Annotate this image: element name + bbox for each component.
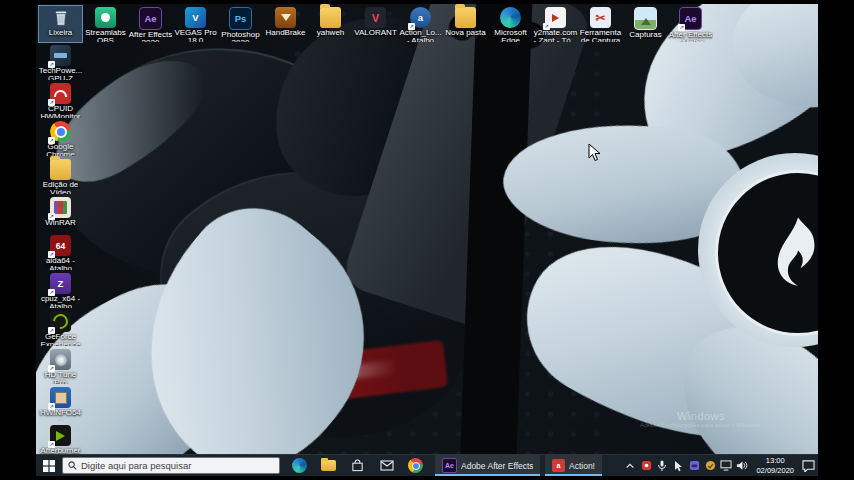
file-explorer-icon	[321, 460, 336, 471]
watermark-line1: Windows	[596, 410, 806, 422]
shortcut-arrow-overlay: ↗	[48, 365, 55, 372]
mail-icon	[380, 460, 394, 471]
desktop-icon-hwinfo64[interactable]: ↗HWiNFO64 -Atalho	[38, 385, 83, 423]
task-label: Adobe After Effects...	[461, 461, 533, 471]
desktop-icon-label: StreamlabsOBS	[83, 29, 128, 42]
desktop-icon-ferramenta-de-captura[interactable]: ✂Ferramentade Captura	[578, 5, 623, 43]
desktop-icon-label: VEGAS Pro18.0	[173, 29, 218, 42]
tray-app-yellow-icon[interactable]	[703, 458, 717, 474]
desktop-icon-hd-tune-pro[interactable]: ↗HD Tune Pro	[38, 347, 83, 385]
desktop-icon-after-effects-2020[interactable]: AeAfter Effects2020	[128, 5, 173, 43]
desktop-icon-label: Capturas	[623, 31, 668, 39]
start-button[interactable]	[36, 455, 62, 476]
desktop-icon-cpuz-x64[interactable]: Z↗cpuz_x64 -Atalho	[38, 271, 83, 309]
desktop-icon-gpu-z[interactable]: ↗TechPowe...GPU-Z	[38, 43, 83, 81]
taskbar-task-action[interactable]: aAction!	[545, 455, 602, 476]
tray-microphone-icon[interactable]	[655, 458, 669, 474]
chrome-icon	[408, 458, 423, 473]
desktop-icon-action-lo-atalho[interactable]: a↗Action_Lo...- Atalho	[398, 5, 443, 43]
desktop-icon-geforce-experience[interactable]: ↗GeForceExperience	[38, 309, 83, 347]
taskbar-app-mail[interactable]	[372, 455, 401, 476]
windows-watermark: Windows Acesse Configurações para ativar…	[596, 410, 806, 428]
desktop-icon-nova-pasta[interactable]: Nova pasta	[443, 5, 488, 43]
watermark-line2: Acesse Configurações para ativar o Windo…	[596, 422, 806, 428]
shortcut-arrow-overlay: ↗	[48, 213, 55, 220]
desktop-icon-winrar[interactable]: ↗WinRAR	[38, 195, 83, 233]
folder-icon	[50, 159, 71, 180]
taskbar-app-chrome[interactable]	[401, 455, 430, 476]
desktop-icon-label: aida64 -Atalho	[38, 257, 83, 270]
desktop-icon-photoshop-2020[interactable]: PsPhotoshop2020	[218, 5, 263, 43]
desktop-screen: Windows Acesse Configurações para ativar…	[36, 4, 818, 476]
tray-volume-icon[interactable]	[735, 458, 749, 474]
edge-icon	[500, 7, 521, 28]
desktop-icon-label: WinRAR	[38, 219, 83, 227]
store-icon	[351, 459, 364, 472]
wallpaper: Windows Acesse Configurações para ativar…	[36, 4, 818, 476]
tray-icons	[623, 458, 749, 474]
shortcut-arrow-overlay: ↗	[48, 289, 55, 296]
tray-cursor-icon[interactable]	[671, 458, 685, 474]
tray-action-icon[interactable]	[639, 458, 653, 474]
tray-app-purple-icon[interactable]	[687, 458, 701, 474]
windows-logo-icon	[43, 460, 55, 472]
desktop-icon-vegas-pro-18[interactable]: VVEGAS Pro18.0	[173, 5, 218, 43]
shortcut-arrow-overlay: ↗	[48, 403, 55, 410]
hwmonitor-icon: ↗	[50, 83, 71, 104]
desktop-icon-label: GoogleChrome	[38, 143, 83, 156]
taskbar-app-edge[interactable]	[285, 455, 314, 476]
desktop-icon-edicao-de-video[interactable]: Edição deVídeo	[38, 157, 83, 195]
desktop-icon-label: Photoshop2020	[218, 31, 263, 42]
desktop-icon-yahweh[interactable]: yahweh	[308, 5, 353, 43]
desktop-icon-valorant[interactable]: VVALORANT	[353, 5, 398, 43]
obs-icon	[95, 7, 116, 28]
desktop-icon-cpuid-hwmonitor[interactable]: ↗CPUIDHWMonitor	[38, 81, 83, 119]
vegas-icon: V	[185, 7, 206, 28]
search-input[interactable]: Digite aqui para pesquisar	[62, 457, 280, 474]
hdtune-icon: ↗	[50, 349, 71, 370]
desktop-icon-label: VALORANT	[353, 29, 398, 37]
tray-display-icon[interactable]	[719, 458, 733, 474]
shortcut-arrow-overlay: ↗	[48, 99, 55, 106]
action-icon: a	[552, 459, 565, 472]
search-placeholder: Digite aqui para pesquisar	[81, 460, 191, 471]
geforce-icon: ↗	[50, 311, 71, 332]
shortcut-arrow-overlay: ↗	[48, 327, 55, 334]
desktop-icon-handbrake[interactable]: HandBrake	[263, 5, 308, 43]
desktop-icon-y2mate[interactable]: ↗y2mate.com- Zant - Tó...	[533, 5, 578, 43]
chrome-icon: ↗	[50, 121, 71, 142]
mouse-cursor	[588, 143, 601, 166]
action-center-button[interactable]	[801, 458, 815, 474]
taskbar-clock[interactable]: 13:00 02/09/2020	[756, 456, 794, 475]
desktop-icon-label: Nova pasta	[443, 29, 488, 37]
shortcut-arrow-overlay: ↗	[48, 251, 55, 258]
action-center-icon	[802, 460, 815, 472]
snip-icon: ✂	[590, 7, 611, 28]
tray-chevron-up-icon[interactable]	[623, 458, 637, 474]
handbrake-icon	[275, 7, 296, 28]
search-icon	[68, 461, 77, 470]
desktop-icon-microsoft-edge[interactable]: MicrosoftEdge	[488, 5, 533, 43]
desktop-icon-lixeira[interactable]: Lixeira	[38, 5, 83, 43]
ps-icon: Ps	[229, 7, 252, 30]
flame-logo-icon	[772, 215, 818, 291]
shortcut-arrow-overlay: ↗	[543, 23, 550, 30]
taskbar-task-after-effects[interactable]: AeAdobe After Effects...	[435, 455, 540, 476]
desktop-icon-label: y2mate.com- Zant - Tó...	[533, 29, 578, 42]
desktop-icon-streamlabs-obs[interactable]: StreamlabsOBS	[83, 5, 128, 43]
desktop-icon-after-effects-atalho[interactable]: Ae↗After Effects- Atalho	[668, 5, 713, 43]
folder-icon	[320, 7, 341, 28]
taskbar-app-store[interactable]	[343, 455, 372, 476]
desktop-icons-top-row: LixeiraStreamlabsOBSAeAfter Effects2020V…	[38, 5, 713, 43]
desktop-icon-label: MicrosoftEdge	[488, 29, 533, 42]
taskbar: Digite aqui para pesquisar AeAdobe After…	[36, 455, 818, 476]
desktop-icon-aida64[interactable]: 64↗aida64 -Atalho	[38, 233, 83, 271]
shortcut-arrow-overlay: ↗	[48, 137, 55, 144]
desktop-icon-label: TechPowe...GPU-Z	[38, 67, 83, 80]
taskbar-app-file-explorer[interactable]	[314, 455, 343, 476]
desktop-icon-google-chrome[interactable]: ↗GoogleChrome	[38, 119, 83, 157]
desktop-icon-capturas[interactable]: Capturas	[623, 5, 668, 43]
ae-icon: Ae↗	[679, 7, 702, 30]
y2mate-icon: ↗	[545, 7, 566, 28]
ae-icon: Ae	[442, 458, 457, 473]
